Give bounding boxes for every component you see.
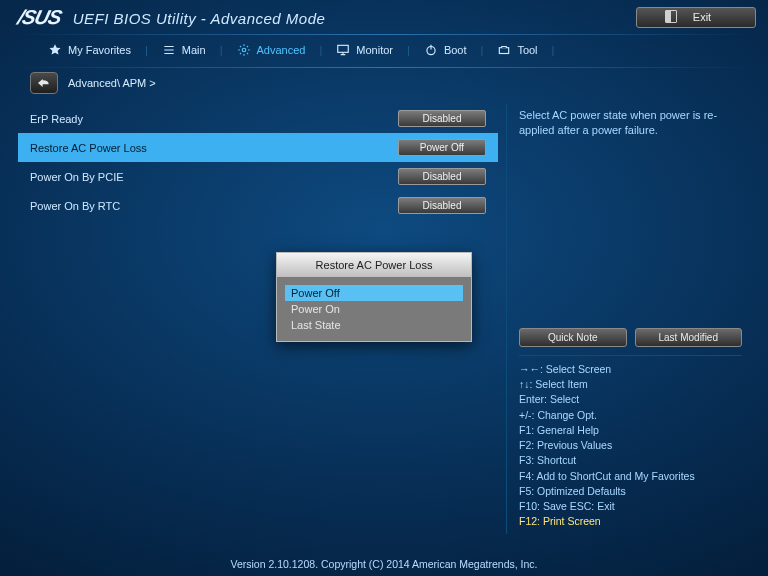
monitor-icon: [336, 43, 350, 57]
workspace: ErP Ready Disabled Restore AC Power Loss…: [0, 104, 768, 534]
setting-value-button[interactable]: Power Off: [398, 139, 486, 156]
popup-option-power-on[interactable]: Power On: [285, 301, 463, 317]
help-pane: Select AC power state when power is re-a…: [506, 104, 750, 534]
menu-label: My Favorites: [68, 44, 131, 56]
key-line: F3: Shortcut: [519, 453, 742, 468]
dropdown-popup: Restore AC Power Loss Power Off Power On…: [276, 252, 472, 342]
menu-label: Boot: [444, 44, 467, 56]
back-arrow-icon: [36, 77, 52, 89]
key-line: F1: General Help: [519, 423, 742, 438]
setting-value-button[interactable]: Disabled: [398, 168, 486, 185]
setting-value-button[interactable]: Disabled: [398, 110, 486, 127]
menubar: My Favorites | Main | Advanced | Monitor…: [0, 35, 768, 67]
key-line: F5: Optimized Defaults: [519, 484, 742, 499]
side-buttons: Quick Note Last Modified: [519, 328, 742, 347]
menu-advanced[interactable]: Advanced: [227, 43, 316, 57]
power-icon: [424, 43, 438, 57]
last-modified-button[interactable]: Last Modified: [635, 328, 743, 347]
key-line: →←: Select Screen: [519, 362, 742, 377]
header: /SUS UEFI BIOS Utility - Advanced Mode E…: [0, 0, 768, 34]
key-line: F10: Save ESC: Exit: [519, 499, 742, 514]
setting-power-on-pcie[interactable]: Power On By PCIE Disabled: [18, 162, 498, 191]
breadcrumb: Advanced\ APM >: [68, 77, 156, 89]
quick-note-button[interactable]: Quick Note: [519, 328, 627, 347]
key-line: ↑↓: Select Item: [519, 377, 742, 392]
back-button[interactable]: [30, 72, 58, 94]
setting-erp-ready[interactable]: ErP Ready Disabled: [18, 104, 498, 133]
help-text: Select AC power state when power is re-a…: [519, 108, 742, 322]
menu-label: Monitor: [356, 44, 393, 56]
footer: Version 2.10.1208. Copyright (C) 2014 Am…: [0, 558, 768, 570]
list-icon: [162, 43, 176, 57]
key-line: Enter: Select: [519, 392, 742, 407]
menu-label: Advanced: [257, 44, 306, 56]
menu-boot[interactable]: Boot: [414, 43, 477, 57]
setting-restore-ac-power-loss[interactable]: Restore AC Power Loss Power Off: [18, 133, 498, 162]
menu-main[interactable]: Main: [152, 43, 216, 57]
setting-label: ErP Ready: [30, 113, 398, 125]
star-icon: [48, 43, 62, 57]
page-title: UEFI BIOS Utility - Advanced Mode: [73, 10, 326, 27]
menu-tool[interactable]: Tool: [487, 43, 547, 57]
key-line: F2: Previous Values: [519, 438, 742, 453]
settings-pane: ErP Ready Disabled Restore AC Power Loss…: [18, 104, 498, 534]
breadcrumb-row: Advanced\ APM >: [0, 68, 768, 104]
menu-label: Main: [182, 44, 206, 56]
key-line: F4: Add to ShortCut and My Favorites: [519, 469, 742, 484]
popup-option-power-off[interactable]: Power Off: [285, 285, 463, 301]
gear-icon: [237, 43, 251, 57]
setting-label: Power On By PCIE: [30, 171, 398, 183]
setting-label: Power On By RTC: [30, 200, 398, 212]
setting-value-button[interactable]: Disabled: [398, 197, 486, 214]
setting-power-on-rtc[interactable]: Power On By RTC Disabled: [18, 191, 498, 220]
key-line: F12: Print Screen: [519, 514, 742, 529]
tool-icon: [497, 43, 511, 57]
popup-title: Restore AC Power Loss: [277, 253, 471, 277]
svg-rect-1: [338, 45, 349, 52]
setting-label: Restore AC Power Loss: [30, 142, 398, 154]
key-help: →←: Select Screen ↑↓: Select Item Enter:…: [519, 355, 742, 529]
exit-icon: [665, 10, 683, 25]
exit-label: Exit: [693, 11, 711, 23]
menu-my-favorites[interactable]: My Favorites: [38, 43, 141, 57]
svg-point-0: [242, 48, 246, 52]
brand-block: /SUS UEFI BIOS Utility - Advanced Mode: [18, 6, 325, 29]
popup-option-last-state[interactable]: Last State: [285, 317, 463, 333]
asus-logo: /SUS: [15, 6, 63, 29]
menu-monitor[interactable]: Monitor: [326, 43, 403, 57]
exit-button[interactable]: Exit: [636, 7, 756, 28]
popup-body: Power Off Power On Last State: [277, 277, 471, 341]
menu-label: Tool: [517, 44, 537, 56]
key-line: +/-: Change Opt.: [519, 408, 742, 423]
svg-rect-3: [500, 48, 509, 54]
